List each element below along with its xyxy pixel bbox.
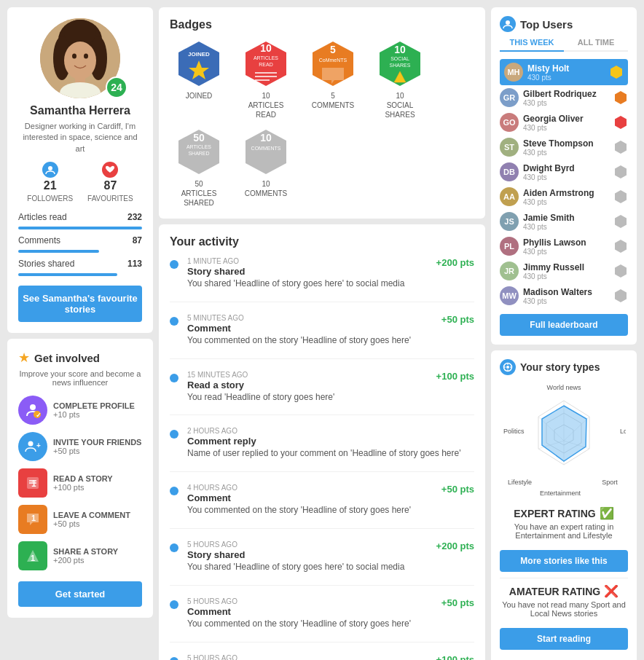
svg-marker-81 xyxy=(542,406,586,461)
users-list: MH Misty Holt 430 pts GR Gilbert Rodriqu… xyxy=(500,59,628,308)
story-types-card: Your story types World news Local news S… xyxy=(491,350,637,660)
badge-articles-read: 10 ARTICLES READ 10ARTICLESREAD xyxy=(237,40,295,119)
svg-text:1: 1 xyxy=(31,554,35,562)
start-reading-button[interactable]: Start reading xyxy=(500,628,628,650)
profile-name: Samantha Herrera xyxy=(18,104,142,117)
user-name: Dwight Byrd xyxy=(523,163,609,173)
story-types-icon xyxy=(500,359,516,375)
svg-text:READ: READ xyxy=(259,62,272,67)
right-panel: Top Users THIS WEEK ALL TIME MH Misty Ho… xyxy=(491,7,637,660)
svg-text:50: 50 xyxy=(193,132,205,144)
user-badge xyxy=(613,90,628,106)
left-panel: 24 Samantha Herrera Designer working in … xyxy=(7,7,153,660)
activity-line: 15 MINUTES AGO Read a story You read 'He… xyxy=(187,371,428,404)
svg-text:Entertainment: Entertainment xyxy=(540,490,581,497)
svg-text:1: 1 xyxy=(31,514,36,522)
user-badge xyxy=(613,114,628,130)
profile-card: 24 Samantha Herrera Designer working in … xyxy=(7,7,153,333)
activity-pts: +200 pts xyxy=(436,257,474,290)
user-avatar: PL xyxy=(500,237,519,256)
invite-friends-badge: + xyxy=(18,432,47,461)
badge-comments: 5 CoMmeNTS 5COMMENTS xyxy=(304,40,362,119)
user-avatar: JS xyxy=(500,212,519,231)
user-pts: 430 pts xyxy=(523,173,609,181)
favourites-stat: 87 FAVOURITES xyxy=(87,162,133,203)
svg-text:1: 1 xyxy=(31,479,36,489)
user-avatar: AA xyxy=(500,187,519,206)
get-involved-subtitle: Improve your score and become a news inf… xyxy=(18,369,142,387)
user-info: Misty Holt 430 pts xyxy=(527,63,605,82)
activity-item: 4 HOURS AGO Comment You commented on the… xyxy=(170,484,474,529)
svg-text:5: 5 xyxy=(330,44,336,55)
user-info: Jamie Smith 430 pts xyxy=(523,213,609,231)
user-badge xyxy=(613,139,628,155)
get-started-button[interactable]: Get started xyxy=(18,581,142,607)
badge-articles50-hex: 50 ARTICLES SHARED xyxy=(177,128,221,176)
svg-text:SHARES: SHARES xyxy=(390,63,411,68)
gi-item-complete-profile: ✓ COMPLETE PROFILE +10 pts xyxy=(18,396,142,425)
svg-text:+: + xyxy=(36,441,41,449)
get-involved-header: ★ Get involved xyxy=(18,350,142,366)
svg-text:JOINED: JOINED xyxy=(188,51,210,58)
svg-text:CoMmeNTS: CoMmeNTS xyxy=(319,58,347,63)
user-item: MH Misty Holt 430 pts xyxy=(500,59,628,85)
user-avatar: ST xyxy=(500,138,519,157)
user-info: Madison Walters 430 pts xyxy=(523,287,609,305)
svg-point-14 xyxy=(28,441,34,447)
activity-time: 1 MINUTE AGO xyxy=(187,257,428,265)
get-involved-title: Get involved xyxy=(34,352,100,364)
gi-complete-profile-info: COMPLETE PROFILE +10 pts xyxy=(53,401,135,419)
svg-marker-50 xyxy=(610,66,622,79)
badge-joined-label: JOINED xyxy=(170,91,228,101)
user-badge xyxy=(613,213,628,229)
activity-name: Comment reply xyxy=(187,436,474,447)
middle-panel: Badges JOINED JOINED xyxy=(159,7,485,660)
star-icon: ★ xyxy=(18,350,30,366)
badge-social-shares: 10 SOCIAL SHARES 10SOCIALSHARES xyxy=(371,40,429,119)
activity-desc: You shared 'Headline of story goes here'… xyxy=(187,561,428,573)
activity-time: 5 HOURS AGO xyxy=(187,654,428,660)
gi-item-share-story: 1 SHARE A STORY +200 pts xyxy=(18,541,142,570)
svg-marker-55 xyxy=(615,190,627,203)
activity-line: 5 HOURS AGO Read a story You read 'Headl… xyxy=(187,654,428,660)
activity-line: 5 HOURS AGO Comment You commented on the… xyxy=(187,597,433,630)
user-badge xyxy=(613,263,628,279)
activity-pts: +50 pts xyxy=(441,314,474,347)
user-name: Steve Thompson xyxy=(523,138,609,149)
followers-icon xyxy=(42,162,58,178)
badge-joined-hex: JOINED xyxy=(177,40,221,87)
badge-joined: JOINED JOINED xyxy=(170,40,228,119)
activity-line: 4 HOURS AGO Comment You commented on the… xyxy=(187,484,433,516)
favourite-stories-button[interactable]: See Samantha's favourite stories xyxy=(18,286,142,322)
badge-articles-hex: 10 ARTICLES READ xyxy=(244,40,288,87)
top-users-header: Top Users xyxy=(500,16,628,32)
activity-pts: +100 pts xyxy=(436,371,474,404)
activity-name: Story shared xyxy=(187,549,428,560)
badge-comments10-hex: 10 COMMENTS xyxy=(244,128,288,176)
svg-text:SHARED: SHARED xyxy=(188,151,209,156)
x-icon: ❌ xyxy=(604,584,619,598)
user-avatar: MH xyxy=(504,63,523,82)
svg-text:Local news: Local news xyxy=(620,428,626,435)
more-stories-button[interactable]: More stories like this xyxy=(500,550,628,572)
activity-name: Story shared xyxy=(187,266,428,277)
badge-articles50-label: 50ARTICLESSHARED xyxy=(170,179,228,208)
tab-all-time[interactable]: ALL TIME xyxy=(564,38,628,50)
full-leaderboard-button[interactable]: Full leaderboard xyxy=(500,314,628,336)
activity-desc: You read 'Headline of story goes here' xyxy=(187,391,428,404)
user-name: Phyllis Lawson xyxy=(523,237,609,248)
activity-pts: +50 pts xyxy=(441,597,474,630)
badge-social-label: 10SOCIALSHARES xyxy=(371,91,429,119)
badge-articles-label: 10ARTICLESREAD xyxy=(237,91,295,119)
tab-this-week[interactable]: THIS WEEK xyxy=(500,38,564,52)
user-info: Phyllis Lawson 430 pts xyxy=(523,237,609,256)
user-item: JR Jimmy Russell 430 pts xyxy=(500,259,628,283)
user-item: MW Madison Walters 430 pts xyxy=(500,283,628,308)
svg-marker-58 xyxy=(615,264,627,278)
gi-item-read-story: 1 READ A STORY +100 pts xyxy=(18,468,142,498)
user-pts: 430 pts xyxy=(523,297,609,305)
activity-item: 5 MINUTES AGO Comment You commented on t… xyxy=(170,314,474,359)
svg-point-10 xyxy=(48,166,52,170)
expert-rating-desc: You have an expert rating in Entertainme… xyxy=(500,522,628,540)
user-pts: 430 pts xyxy=(523,248,609,256)
